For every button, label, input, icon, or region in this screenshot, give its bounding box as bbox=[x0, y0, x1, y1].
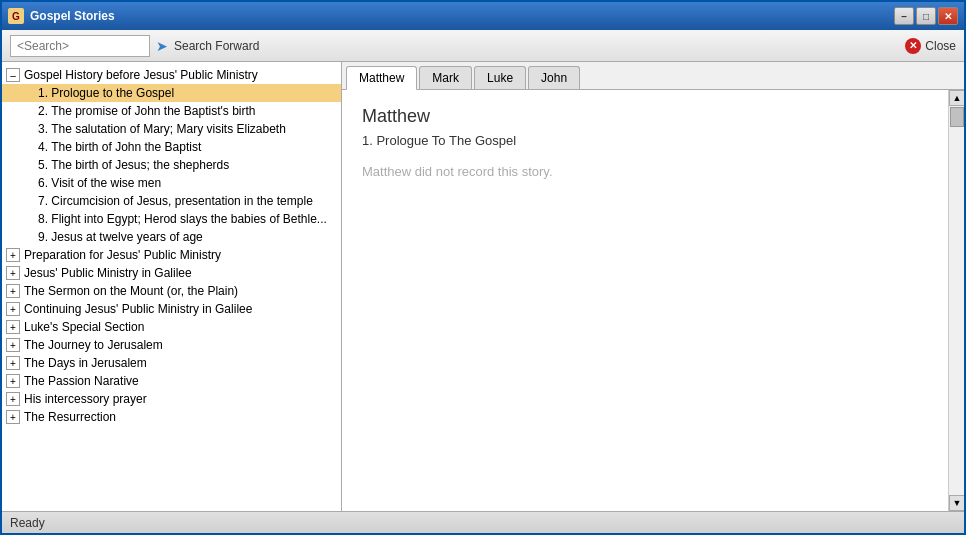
scroll-up-button[interactable]: ▲ bbox=[949, 90, 964, 106]
right-panel: Matthew Mark Luke John Matthew 1. Prolog… bbox=[342, 62, 964, 511]
tree-section-item[interactable]: + The Journey to Jerusalem bbox=[2, 336, 341, 354]
tree-child-item[interactable]: 1. Prologue to the Gospel bbox=[2, 84, 341, 102]
tree-child-item[interactable]: 2. The promise of John the Baptist's bir… bbox=[2, 102, 341, 120]
close-main-button[interactable]: ✕ Close bbox=[905, 38, 956, 54]
collapse-icon[interactable]: – bbox=[6, 68, 20, 82]
window-controls: – □ ✕ bbox=[894, 7, 958, 25]
title-bar: G Gospel Stories – □ ✕ bbox=[2, 2, 964, 30]
content-wrapper: Matthew 1. Prologue To The Gospel Matthe… bbox=[342, 90, 964, 511]
search-arrow-icon: ➤ bbox=[156, 38, 168, 54]
tab-john[interactable]: John bbox=[528, 66, 580, 89]
expand-icon[interactable]: + bbox=[6, 284, 20, 298]
minimize-button[interactable]: – bbox=[894, 7, 914, 25]
tree-section-item[interactable]: + His intercessory prayer bbox=[2, 390, 341, 408]
main-window: G Gospel Stories – □ ✕ ➤ Search Forward … bbox=[0, 0, 966, 535]
tab-matthew[interactable]: Matthew bbox=[346, 66, 417, 90]
tree-section-item[interactable]: + The Passion Narative bbox=[2, 372, 341, 390]
tree-child-item[interactable]: 5. The birth of Jesus; the shepherds bbox=[2, 156, 341, 174]
expand-icon[interactable]: + bbox=[6, 410, 20, 424]
expand-icon[interactable]: + bbox=[6, 356, 20, 370]
content-subtitle: 1. Prologue To The Gospel bbox=[362, 133, 944, 148]
main-area: – Gospel History before Jesus' Public Mi… bbox=[2, 62, 964, 511]
tree-child-item[interactable]: 9. Jesus at twelve years of age bbox=[2, 228, 341, 246]
left-panel: – Gospel History before Jesus' Public Mi… bbox=[2, 62, 342, 511]
tree-child-item[interactable]: 4. The birth of John the Baptist bbox=[2, 138, 341, 156]
app-icon: G bbox=[8, 8, 24, 24]
tree-root-item[interactable]: – Gospel History before Jesus' Public Mi… bbox=[2, 66, 341, 84]
scrollbar[interactable]: ▲ ▼ bbox=[948, 90, 964, 511]
maximize-button[interactable]: □ bbox=[916, 7, 936, 25]
close-main-label: Close bbox=[925, 39, 956, 53]
tree-root: – Gospel History before Jesus' Public Mi… bbox=[2, 62, 341, 430]
toolbar: ➤ Search Forward ✕ Close bbox=[2, 30, 964, 62]
status-text: Ready bbox=[10, 516, 45, 530]
content-area: Matthew 1. Prologue To The Gospel Matthe… bbox=[342, 90, 964, 195]
close-circle-icon: ✕ bbox=[905, 38, 921, 54]
tree-section-item[interactable]: + Preparation for Jesus' Public Ministry bbox=[2, 246, 341, 264]
expand-icon[interactable]: + bbox=[6, 374, 20, 388]
search-forward-label: Search Forward bbox=[174, 39, 259, 53]
status-bar: Ready bbox=[2, 511, 964, 533]
tree-child-item[interactable]: 8. Flight into Egypt; Herod slays the ba… bbox=[2, 210, 341, 228]
tab-luke[interactable]: Luke bbox=[474, 66, 526, 89]
expand-icon[interactable]: + bbox=[6, 266, 20, 280]
tree-section-item[interactable]: + The Days in Jerusalem bbox=[2, 354, 341, 372]
scroll-down-button[interactable]: ▼ bbox=[949, 495, 964, 511]
expand-icon[interactable]: + bbox=[6, 248, 20, 262]
content-title: Matthew bbox=[362, 106, 944, 127]
expand-icon[interactable]: + bbox=[6, 302, 20, 316]
scroll-thumb[interactable] bbox=[950, 107, 964, 127]
tree-section-item[interactable]: + Continuing Jesus' Public Ministry in G… bbox=[2, 300, 341, 318]
content-body: Matthew did not record this story. bbox=[362, 164, 944, 179]
search-forward-button[interactable]: Search Forward bbox=[174, 39, 259, 53]
root-label: Gospel History before Jesus' Public Mini… bbox=[24, 68, 258, 82]
expand-icon[interactable]: + bbox=[6, 338, 20, 352]
tree-child-item[interactable]: 6. Visit of the wise men bbox=[2, 174, 341, 192]
search-input[interactable] bbox=[10, 35, 150, 57]
expand-icon[interactable]: + bbox=[6, 392, 20, 406]
tabs-bar: Matthew Mark Luke John bbox=[342, 62, 964, 90]
tree-section-item[interactable]: + Jesus' Public Ministry in Galilee bbox=[2, 264, 341, 282]
tree-section-item[interactable]: + The Resurrection bbox=[2, 408, 341, 426]
tree-section-item[interactable]: + The Sermon on the Mount (or, the Plain… bbox=[2, 282, 341, 300]
tree-child-item[interactable]: 3. The salutation of Mary; Mary visits E… bbox=[2, 120, 341, 138]
expand-icon[interactable]: + bbox=[6, 320, 20, 334]
window-title: Gospel Stories bbox=[30, 9, 894, 23]
tree-section-item[interactable]: + Luke's Special Section bbox=[2, 318, 341, 336]
tree-child-item[interactable]: 7. Circumcision of Jesus, presentation i… bbox=[2, 192, 341, 210]
close-area: ✕ Close bbox=[905, 38, 956, 54]
window-close-button[interactable]: ✕ bbox=[938, 7, 958, 25]
tab-mark[interactable]: Mark bbox=[419, 66, 472, 89]
